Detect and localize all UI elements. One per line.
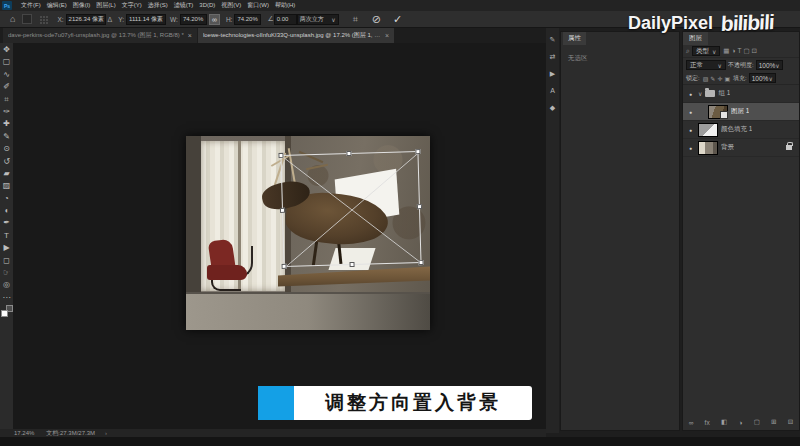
menu-item[interactable]: 滤镜(T) <box>171 0 197 11</box>
transform-handle[interactable] <box>282 264 287 269</box>
transform-handle[interactable] <box>418 260 423 265</box>
clone-source-icon[interactable]: ⇄ <box>550 53 556 61</box>
pen-tool-icon[interactable]: ✒ <box>0 217 14 229</box>
layer-thumbnail[interactable] <box>698 123 718 137</box>
type-tool-icon[interactable]: T <box>0 230 14 242</box>
close-icon[interactable]: × <box>385 32 389 39</box>
crop-tool-icon[interactable]: ⌗ <box>0 94 14 106</box>
menu-item[interactable]: 文件(F) <box>18 0 44 11</box>
home-icon[interactable]: ⌂ <box>10 14 15 24</box>
layer-row-layer1[interactable]: ● 图层 1 <box>683 103 799 121</box>
menu-item[interactable]: 图层(L) <box>93 0 118 11</box>
tab-layers[interactable]: 图层 <box>683 32 708 45</box>
menu-item[interactable]: 3D(D) <box>196 0 218 11</box>
layer-style-icon[interactable]: fx <box>705 419 710 426</box>
layer-row-color-fill[interactable]: ● 颜色填充 1 <box>683 121 799 139</box>
clone-stamp-tool-icon[interactable]: ⊙ <box>0 143 14 155</box>
fill-select[interactable]: 100% ∨ <box>749 73 776 83</box>
filter-pixel-icon[interactable]: ▦ <box>722 47 730 55</box>
lock-pixels-icon[interactable]: ✎ <box>709 75 716 82</box>
angle-value-input[interactable]: 0.00 <box>274 14 297 25</box>
menu-item[interactable]: 窗口(W) <box>244 0 272 11</box>
filter-kind-select[interactable]: 类型 ∨ <box>692 46 720 56</box>
commit-transform-icon[interactable]: ✓ <box>393 13 402 26</box>
layer-thumbnail[interactable] <box>698 141 718 155</box>
delete-layer-icon[interactable]: ⊟ <box>788 418 793 426</box>
layer-name[interactable]: 颜色填充 1 <box>721 125 752 134</box>
photoshop-logo-icon[interactable]: Ps <box>2 1 12 10</box>
layer-group-icon[interactable]: ▢ <box>754 418 760 426</box>
brush-settings-icon[interactable]: ✎ <box>550 36 556 44</box>
transform-handle[interactable] <box>280 208 285 213</box>
marquee-tool-icon[interactable]: ▢ <box>0 56 14 68</box>
zoom-level-field[interactable]: 17.24% <box>14 430 34 436</box>
layer-mask-icon[interactable]: ◧ <box>721 418 727 426</box>
canvas-area[interactable]: 调整方向置入背景 <box>14 43 546 429</box>
reference-point-grid-icon[interactable] <box>39 15 48 24</box>
toolbar-ellipsis-icon[interactable]: ⋯ <box>0 292 14 304</box>
lock-position-icon[interactable]: ✛ <box>716 75 723 82</box>
transform-bounding-box[interactable] <box>280 151 421 267</box>
maintain-aspect-ratio-icon[interactable]: ∞ <box>209 14 220 25</box>
path-select-tool-icon[interactable]: ▶ <box>0 242 14 254</box>
filter-shape-icon[interactable]: ▢ <box>742 47 750 55</box>
eye-icon[interactable]: ● <box>686 91 695 97</box>
menu-item[interactable]: 文字(Y) <box>119 0 145 11</box>
height-value-input[interactable]: 74.20% <box>234 14 261 25</box>
eraser-tool-icon[interactable]: ▰ <box>0 168 14 180</box>
x-value-input[interactable]: 2126.34 像素 <box>66 14 106 25</box>
filter-smart-object-icon[interactable]: ⊡ <box>751 47 758 55</box>
group-expand-icon[interactable]: ∨ <box>698 90 702 97</box>
libraries-panel-icon[interactable]: ◆ <box>550 104 555 112</box>
tool-preset-box[interactable] <box>22 14 32 24</box>
zoom-tool-icon[interactable]: ◎ <box>0 279 14 291</box>
history-brush-tool-icon[interactable]: ↺ <box>0 156 14 168</box>
blur-tool-icon[interactable]: ◔ <box>0 193 14 205</box>
layer-row-background[interactable]: ● 背景 <box>683 139 799 157</box>
relative-position-icon[interactable]: Δ <box>108 16 113 23</box>
hand-tool-icon[interactable]: ☞ <box>0 267 14 279</box>
lasso-tool-icon[interactable]: ∿ <box>0 69 14 81</box>
warp-mode-toggle-icon[interactable]: ⌗ <box>353 14 358 25</box>
opacity-select[interactable]: 100% ∨ <box>756 60 783 70</box>
adjustment-layer-icon[interactable]: ◑ <box>738 419 742 426</box>
lock-all-icon[interactable]: ▣ <box>723 75 731 82</box>
y-value-input[interactable]: 1111.14 像素 <box>126 14 166 25</box>
quick-select-tool-icon[interactable]: ✐ <box>0 81 14 93</box>
tab-properties[interactable]: 属性 <box>563 32 586 45</box>
document-tab-active[interactable]: loewe-technologies-oIlnfuKI33Q-unsplash.… <box>198 28 394 43</box>
foreground-color-swatch[interactable] <box>1 310 8 317</box>
status-options-arrow-icon[interactable]: › <box>105 430 107 436</box>
timeline-panel-icon[interactable]: ▶ <box>550 70 555 78</box>
cancel-transform-icon[interactable]: ⊘ <box>372 13 381 26</box>
dodge-tool-icon[interactable]: ◖ <box>0 205 14 217</box>
layer-name[interactable]: 组 1 <box>718 89 730 98</box>
menu-item[interactable]: 选择(S) <box>145 0 171 11</box>
move-tool-icon[interactable]: ✥ <box>0 44 14 56</box>
menu-item[interactable]: 编辑(E) <box>44 0 70 11</box>
eye-icon[interactable]: ● <box>686 127 695 133</box>
width-value-input[interactable]: 74.20% <box>180 14 207 25</box>
transform-handle[interactable] <box>349 262 354 267</box>
new-layer-icon[interactable]: ⊞ <box>771 418 776 426</box>
transform-handle[interactable] <box>415 149 420 154</box>
eye-icon[interactable]: ● <box>686 109 695 115</box>
menu-item[interactable]: 图像(I) <box>70 0 94 11</box>
layer-thumbnail[interactable] <box>708 105 728 119</box>
character-panel-icon[interactable]: A <box>550 87 555 95</box>
layer-name[interactable]: 图层 1 <box>731 107 749 116</box>
transform-handle[interactable] <box>346 151 351 156</box>
brush-tool-icon[interactable]: ✎ <box>0 131 14 143</box>
shape-tool-icon[interactable]: ◻ <box>0 255 14 267</box>
layer-row-group[interactable]: ● ∨ 组 1 <box>683 85 799 103</box>
layer-name[interactable]: 背景 <box>721 143 734 152</box>
transform-handle[interactable] <box>417 204 422 209</box>
gradient-tool-icon[interactable]: ▨ <box>0 180 14 192</box>
document-tab-inactive[interactable]: dave-perkins-ode7u07yfi-unsplash.jpg @ 1… <box>3 28 197 43</box>
color-swatches[interactable] <box>1 305 13 317</box>
close-icon[interactable]: × <box>188 32 192 39</box>
menu-item[interactable]: 视图(V) <box>218 0 244 11</box>
blend-mode-select[interactable]: 正常 ∨ <box>686 60 726 70</box>
transform-handle[interactable] <box>278 153 283 158</box>
eye-icon[interactable]: ● <box>686 145 695 151</box>
